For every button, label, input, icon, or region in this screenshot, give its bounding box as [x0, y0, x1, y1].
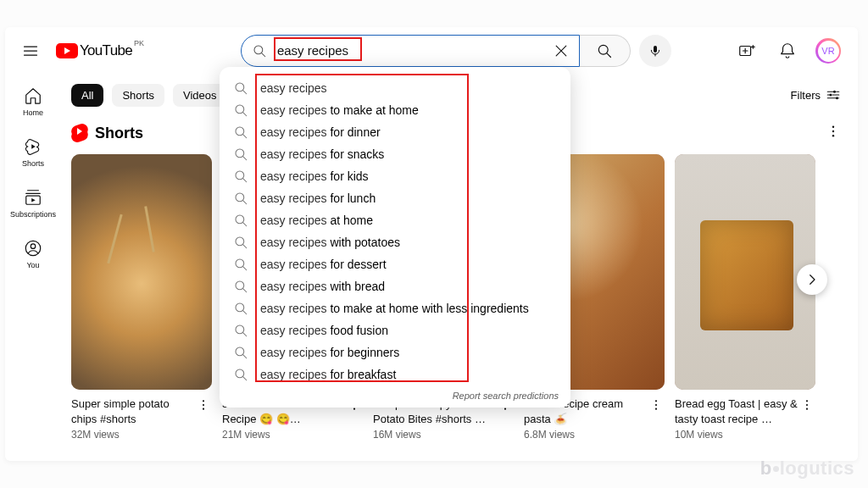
search-suggestion-item[interactable]: easy recipes for dessert [220, 253, 570, 275]
clear-search-button[interactable] [547, 36, 576, 65]
search-suggestion-item[interactable]: easy recipes for kids [220, 165, 570, 187]
youtube-logo[interactable]: YouTube PK [56, 42, 132, 59]
svg-line-47 [243, 267, 247, 270]
search-icon [233, 235, 248, 250]
shelf-next-button[interactable] [797, 264, 827, 295]
search-suggestion-text: easy recipes for breakfast [260, 368, 396, 381]
search-button[interactable] [580, 35, 631, 67]
sidebar-item-shorts[interactable]: Shorts [8, 127, 58, 178]
svg-line-39 [243, 179, 247, 182]
svg-line-45 [243, 245, 247, 248]
svg-line-51 [243, 311, 247, 314]
search-icon [233, 125, 248, 140]
svg-point-12 [832, 126, 834, 128]
svg-line-31 [243, 91, 247, 94]
svg-line-43 [243, 223, 247, 226]
search-suggestion-text: easy recipes with bread [260, 280, 385, 293]
svg-point-20 [353, 408, 355, 410]
shorts-thumbnail[interactable] [675, 154, 815, 390]
search-icon [233, 301, 248, 316]
search-suggestion-item[interactable]: easy recipes with bread [220, 275, 570, 297]
search-suggestion-text: easy recipes to make at home [260, 103, 419, 117]
svg-line-53 [243, 333, 247, 336]
search-suggestion-item[interactable]: easy recipes for lunch [220, 187, 570, 209]
account-avatar[interactable]: VR [815, 38, 841, 64]
svg-point-8 [31, 244, 36, 249]
chip-all[interactable]: All [71, 84, 103, 107]
search-suggestion-text: easy recipes for kids [260, 169, 369, 183]
microphone-icon [648, 44, 662, 58]
search-icon [233, 279, 248, 294]
svg-rect-4 [654, 46, 657, 53]
region-code: PK [134, 39, 144, 47]
search-icon [233, 169, 248, 184]
search-suggestion-item[interactable]: easy recipes for breakfast [220, 363, 570, 385]
search-suggestion-text: easy recipes for dessert [260, 258, 387, 271]
shorts-icon [71, 124, 88, 142]
search-suggestion-text: easy recipes for snacks [260, 147, 384, 161]
svg-point-16 [203, 404, 204, 406]
create-plus-icon [737, 42, 756, 60]
sidebar-item-label: Subscriptions [10, 210, 56, 219]
sidebar-item-label: Shorts [22, 159, 44, 168]
svg-point-17 [203, 408, 204, 410]
create-button[interactable] [734, 38, 760, 64]
search-icon [233, 147, 248, 162]
shorts-card-menu-button[interactable] [195, 396, 212, 441]
svg-point-24 [655, 400, 657, 402]
svg-point-29 [806, 408, 808, 410]
more-vertical-icon [649, 398, 663, 412]
svg-line-1 [262, 53, 265, 57]
search-icon [233, 323, 248, 338]
search-suggestion-item[interactable]: easy recipes for snacks [220, 143, 570, 165]
shorts-card-views: 32M views [71, 429, 195, 441]
search-suggestion-item[interactable]: easy recipes at home [220, 209, 570, 231]
svg-point-9 [833, 91, 836, 93]
shorts-thumbnail[interactable] [71, 154, 212, 390]
subscriptions-icon [24, 188, 42, 207]
shorts-card-menu-button[interactable] [798, 396, 815, 441]
filters-label: Filters [791, 89, 821, 102]
search-icon [233, 345, 248, 360]
search-suggestion-item[interactable]: easy recipes with potatoes [220, 231, 570, 253]
shorts-card[interactable]: Bread egg Toast | easy & tasty toast rec… [675, 154, 815, 441]
search-suggestion-item[interactable]: easy recipes for beginners [220, 341, 570, 363]
avatar-initials: VR [818, 41, 839, 62]
shorts-card[interactable]: Super simple potato chips #shorts 32M vi… [71, 154, 212, 441]
filters-button[interactable]: Filters [791, 87, 841, 103]
sidebar-item-subscriptions[interactable]: Subscriptions [8, 178, 58, 229]
shorts-section-menu-button[interactable] [826, 124, 841, 142]
search-icon [596, 42, 613, 59]
sidebar-item-you[interactable]: You [8, 229, 58, 280]
svg-line-37 [243, 157, 247, 160]
voice-search-button[interactable] [639, 35, 671, 67]
chip-shorts[interactable]: Shorts [112, 84, 164, 107]
search-suggestion-item[interactable]: easy recipes to make at home with less i… [220, 297, 570, 319]
svg-point-26 [655, 408, 657, 410]
notifications-button[interactable] [775, 38, 800, 64]
search-suggestion-item[interactable]: easy recipes to make at home [220, 99, 570, 121]
sidebar-item-home[interactable]: Home [8, 76, 58, 127]
search-suggestion-item[interactable]: easy recipes for dinner [220, 121, 570, 143]
svg-line-57 [243, 377, 247, 380]
shorts-card-menu-button[interactable] [648, 396, 665, 441]
svg-point-10 [830, 94, 832, 97]
shorts-icon [24, 137, 42, 156]
search-input[interactable] [277, 43, 547, 58]
report-predictions-link[interactable]: Report search predictions [220, 385, 570, 402]
search-suggestion-item[interactable]: easy recipes [220, 77, 570, 99]
svg-line-33 [243, 113, 247, 116]
search-suggestion-text: easy recipes for dinner [260, 125, 381, 139]
search-suggestions-dropdown: easy recipes easy recipes to make at hom… [220, 67, 570, 408]
shorts-card-views: 16M views [373, 429, 497, 441]
hamburger-menu-button[interactable] [17, 37, 44, 64]
chevron-right-icon [804, 272, 820, 287]
search-field[interactable] [241, 35, 580, 67]
svg-point-27 [806, 400, 808, 402]
sidebar-item-label: Home [23, 108, 43, 117]
svg-point-15 [203, 400, 204, 402]
svg-line-49 [243, 289, 247, 292]
svg-point-28 [806, 404, 808, 406]
search-suggestion-item[interactable]: easy recipes food fusion [220, 319, 570, 341]
youtube-logo-text: YouTube [80, 42, 132, 59]
